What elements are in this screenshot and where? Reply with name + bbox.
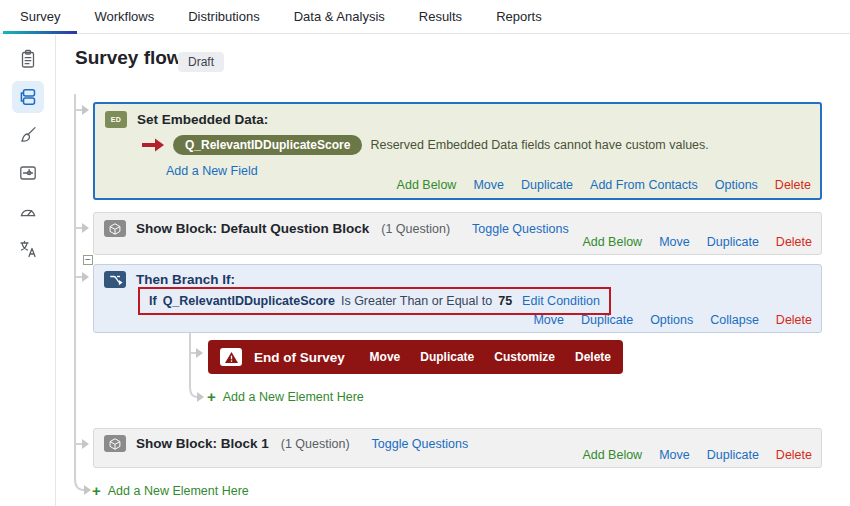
move-link[interactable]: Move [533, 313, 564, 327]
embedded-data-header: ED Set Embedded Data: [105, 111, 268, 128]
branch-header: Then Branch If: [104, 271, 235, 288]
branch-block[interactable]: Then Branch If: If Q_RelevantIDDuplicate… [93, 264, 822, 333]
embedded-field-pill[interactable]: Q_RelevantIDDuplicateScore [173, 135, 362, 155]
survey-builder-icon[interactable] [12, 43, 44, 75]
condition-field: Q_RelevantIDDuplicateScore [163, 294, 335, 308]
end-of-survey-block[interactable]: End of Survey Move Duplicate Customize D… [208, 340, 623, 374]
default-question-block[interactable]: Show Block: Default Question Block (1 Qu… [93, 212, 822, 255]
duplicate-link[interactable]: Duplicate [707, 448, 759, 462]
end-of-survey-actions: Move Duplicate Customize Delete [370, 350, 611, 364]
top-navigation: Survey Workflows Distributions Data & An… [0, 0, 850, 34]
add-from-contacts-link[interactable]: Add From Contacts [590, 178, 698, 192]
tab-survey-label: Survey [20, 9, 60, 24]
condition-operator: Is Greater Than or Equal to [341, 294, 492, 308]
end-of-survey-title: End of Survey [254, 350, 345, 365]
block1-header: Show Block: Block 1 (1 Question) Toggle … [104, 435, 468, 452]
collapse-link[interactable]: Collapse [710, 313, 759, 327]
survey-flow-icon[interactable] [12, 81, 44, 113]
delete-link[interactable]: Delete [776, 313, 812, 327]
add-element-label: Add a New Element Here [108, 484, 249, 498]
branch-collapse-toggle[interactable]: − [83, 255, 93, 265]
expert-review-icon[interactable] [12, 195, 44, 227]
embedded-data-block[interactable]: ED Set Embedded Data: Q_RelevantIDDuplic… [93, 102, 822, 200]
block-cube-icon [104, 435, 126, 452]
tab-survey[interactable]: Survey [3, 0, 77, 33]
move-link[interactable]: Move [473, 178, 504, 192]
delete-link[interactable]: Delete [776, 448, 812, 462]
delete-link[interactable]: Delete [776, 235, 812, 249]
warning-triangle-icon [220, 348, 242, 366]
duplicate-link[interactable]: Duplicate [707, 235, 759, 249]
options-link[interactable]: Options [715, 178, 758, 192]
translations-icon[interactable] [12, 233, 44, 265]
block-cube-icon [104, 220, 126, 237]
plus-icon: + [207, 391, 216, 403]
delete-link[interactable]: Delete [775, 178, 811, 192]
branch-condition-annotation-box: If Q_RelevantIDDuplicateScore Is Greater… [138, 287, 611, 315]
delete-link[interactable]: Delete [575, 350, 611, 364]
options-link[interactable]: Options [650, 313, 693, 327]
block1-question-count: (1 Question) [281, 437, 350, 451]
default-block-actions: Add Below Move Duplicate Delete [582, 235, 812, 249]
qualtrics-survey-flow-page: Survey Workflows Distributions Data & An… [0, 0, 850, 506]
duplicate-link[interactable]: Duplicate [420, 350, 474, 364]
survey-options-icon[interactable] [12, 157, 44, 189]
block1-actions: Add Below Move Duplicate Delete [582, 448, 812, 462]
edit-condition-link[interactable]: Edit Condition [522, 294, 600, 308]
move-link[interactable]: Move [370, 350, 401, 364]
tab-reports-label: Reports [496, 9, 542, 24]
embedded-data-icon: ED [105, 111, 127, 128]
embedded-data-actions: Add Below Move Duplicate Add From Contac… [397, 178, 811, 192]
default-block-header: Show Block: Default Question Block (1 Qu… [104, 220, 569, 237]
tab-workflows[interactable]: Workflows [77, 0, 171, 33]
add-new-element-main-link[interactable]: + Add a New Element Here [92, 484, 249, 498]
branch-icon [104, 271, 126, 288]
left-sidebar [0, 35, 56, 506]
reserved-field-note: Reserved Embedded Data fields cannot hav… [370, 138, 708, 152]
toggle-questions-link[interactable]: Toggle Questions [472, 222, 569, 236]
plus-icon: + [92, 485, 101, 497]
embedded-data-field-row: Q_RelevantIDDuplicateScore Reserved Embe… [141, 135, 709, 155]
toggle-questions-link[interactable]: Toggle Questions [372, 437, 469, 451]
duplicate-link[interactable]: Duplicate [521, 178, 573, 192]
branch-actions: Move Duplicate Options Collapse Delete [533, 313, 812, 327]
default-block-title: Show Block: Default Question Block [136, 221, 369, 236]
condition-value: 75 [498, 294, 512, 308]
condition-if-word: If [149, 294, 157, 308]
tab-results[interactable]: Results [402, 0, 479, 33]
add-below-link[interactable]: Add Below [582, 448, 642, 462]
customize-link[interactable]: Customize [494, 350, 555, 364]
status-badge: Draft [178, 52, 224, 72]
add-element-label: Add a New Element Here [223, 390, 364, 404]
tab-distributions-label: Distributions [188, 9, 260, 24]
tab-workflows-label: Workflows [94, 9, 154, 24]
move-link[interactable]: Move [659, 235, 690, 249]
page-title: Survey flow [75, 47, 182, 69]
block1-block[interactable]: Show Block: Block 1 (1 Question) Toggle … [93, 428, 822, 468]
annotation-arrow-icon [141, 138, 165, 152]
move-link[interactable]: Move [659, 448, 690, 462]
tab-results-label: Results [419, 9, 462, 24]
tab-reports[interactable]: Reports [479, 0, 559, 33]
add-new-element-branch-link[interactable]: + Add a New Element Here [207, 390, 364, 404]
block1-title: Show Block: Block 1 [136, 436, 269, 451]
embedded-data-title: Set Embedded Data: [137, 112, 268, 127]
add-below-link[interactable]: Add Below [582, 235, 642, 249]
tab-distributions[interactable]: Distributions [171, 0, 277, 33]
look-and-feel-icon[interactable] [12, 119, 44, 151]
duplicate-link[interactable]: Duplicate [581, 313, 633, 327]
tab-data-analysis[interactable]: Data & Analysis [277, 0, 402, 33]
default-block-question-count: (1 Question) [381, 222, 450, 236]
add-new-field-link[interactable]: Add a New Field [166, 164, 258, 178]
tab-data-analysis-label: Data & Analysis [294, 9, 385, 24]
branch-title: Then Branch If: [136, 272, 235, 287]
add-below-link[interactable]: Add Below [397, 178, 457, 192]
